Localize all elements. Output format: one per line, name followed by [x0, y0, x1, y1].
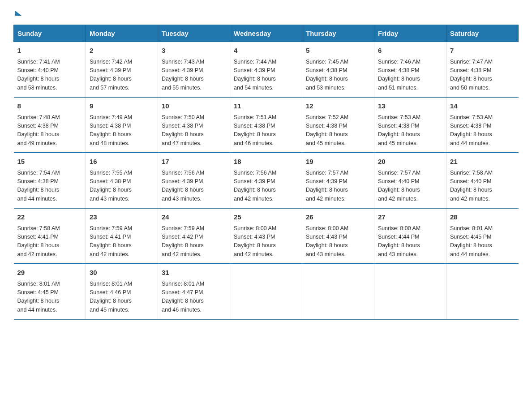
day-number: 29 — [17, 268, 82, 278]
day-info: Sunrise: 7:58 AMSunset: 4:41 PMDaylight:… — [17, 224, 82, 259]
calendar-week-row: 1Sunrise: 7:41 AMSunset: 4:40 PMDaylight… — [14, 42, 519, 98]
calendar-cell: 5Sunrise: 7:45 AMSunset: 4:38 PMDaylight… — [302, 42, 374, 98]
calendar-week-row: 22Sunrise: 7:58 AMSunset: 4:41 PMDayligh… — [14, 208, 519, 264]
calendar-cell: 9Sunrise: 7:49 AMSunset: 4:38 PMDaylight… — [86, 97, 158, 153]
calendar-cell: 13Sunrise: 7:53 AMSunset: 4:38 PMDayligh… — [374, 97, 446, 153]
day-number: 19 — [306, 157, 370, 167]
day-number: 15 — [17, 157, 82, 167]
col-header-friday: Friday — [374, 25, 446, 42]
calendar-table: SundayMondayTuesdayWednesdayThursdayFrid… — [13, 25, 519, 320]
day-info: Sunrise: 8:01 AMSunset: 4:47 PMDaylight:… — [162, 280, 226, 315]
day-info: Sunrise: 8:00 AMSunset: 4:44 PMDaylight:… — [378, 224, 442, 259]
day-number: 5 — [306, 46, 370, 56]
day-number: 18 — [234, 157, 298, 167]
calendar-header-row: SundayMondayTuesdayWednesdayThursdayFrid… — [14, 25, 519, 42]
calendar-cell: 23Sunrise: 7:59 AMSunset: 4:41 PMDayligh… — [86, 208, 158, 264]
day-number: 17 — [162, 157, 226, 167]
day-info: Sunrise: 7:53 AMSunset: 4:38 PMDaylight:… — [450, 113, 515, 148]
calendar-cell: 4Sunrise: 7:44 AMSunset: 4:39 PMDaylight… — [230, 42, 302, 98]
day-info: Sunrise: 8:01 AMSunset: 4:45 PMDaylight:… — [17, 280, 82, 315]
calendar-cell: 19Sunrise: 7:57 AMSunset: 4:39 PMDayligh… — [302, 153, 374, 208]
day-number: 10 — [162, 101, 226, 111]
day-info: Sunrise: 7:57 AMSunset: 4:39 PMDaylight:… — [306, 169, 370, 204]
calendar-cell — [446, 264, 519, 319]
calendar-cell: 14Sunrise: 7:53 AMSunset: 4:38 PMDayligh… — [446, 97, 519, 153]
calendar-cell: 27Sunrise: 8:00 AMSunset: 4:44 PMDayligh… — [374, 208, 446, 264]
calendar-week-row: 29Sunrise: 8:01 AMSunset: 4:45 PMDayligh… — [14, 264, 519, 319]
day-number: 27 — [378, 212, 442, 223]
day-number: 1 — [17, 46, 82, 56]
calendar-cell: 30Sunrise: 8:01 AMSunset: 4:46 PMDayligh… — [86, 264, 158, 319]
day-number: 14 — [450, 101, 515, 111]
day-info: Sunrise: 7:47 AMSunset: 4:38 PMDaylight:… — [450, 58, 515, 93]
day-number: 13 — [378, 101, 442, 111]
day-info: Sunrise: 7:58 AMSunset: 4:40 PMDaylight:… — [450, 169, 515, 204]
calendar-cell: 8Sunrise: 7:48 AMSunset: 4:38 PMDaylight… — [14, 97, 86, 153]
day-info: Sunrise: 7:43 AMSunset: 4:39 PMDaylight:… — [162, 58, 226, 93]
day-number: 26 — [306, 212, 370, 223]
day-number: 9 — [90, 101, 154, 111]
day-info: Sunrise: 7:50 AMSunset: 4:38 PMDaylight:… — [162, 113, 226, 148]
day-info: Sunrise: 7:54 AMSunset: 4:38 PMDaylight:… — [17, 169, 82, 204]
day-info: Sunrise: 8:01 AMSunset: 4:45 PMDaylight:… — [450, 224, 515, 259]
calendar-cell: 2Sunrise: 7:42 AMSunset: 4:39 PMDaylight… — [86, 42, 158, 98]
day-number: 8 — [17, 101, 82, 111]
col-header-sunday: Sunday — [14, 25, 86, 42]
day-number: 2 — [90, 46, 154, 56]
col-header-wednesday: Wednesday — [230, 25, 302, 42]
col-header-thursday: Thursday — [302, 25, 374, 42]
calendar-cell — [302, 264, 374, 319]
calendar-cell: 16Sunrise: 7:55 AMSunset: 4:38 PMDayligh… — [86, 153, 158, 208]
logo — [13, 9, 21, 16]
day-info: Sunrise: 8:01 AMSunset: 4:46 PMDaylight:… — [90, 280, 154, 315]
calendar-cell: 26Sunrise: 8:00 AMSunset: 4:43 PMDayligh… — [302, 208, 374, 264]
day-info: Sunrise: 7:59 AMSunset: 4:42 PMDaylight:… — [162, 224, 226, 259]
day-number: 28 — [450, 212, 515, 223]
calendar-cell: 28Sunrise: 8:01 AMSunset: 4:45 PMDayligh… — [446, 208, 519, 264]
calendar-cell: 22Sunrise: 7:58 AMSunset: 4:41 PMDayligh… — [14, 208, 86, 264]
calendar-cell: 12Sunrise: 7:52 AMSunset: 4:38 PMDayligh… — [302, 97, 374, 153]
col-header-tuesday: Tuesday — [158, 25, 230, 42]
page-header — [13, 9, 519, 16]
day-info: Sunrise: 7:45 AMSunset: 4:38 PMDaylight:… — [306, 58, 370, 93]
calendar-cell: 15Sunrise: 7:54 AMSunset: 4:38 PMDayligh… — [14, 153, 86, 208]
day-number: 25 — [234, 212, 298, 223]
calendar-cell: 11Sunrise: 7:51 AMSunset: 4:38 PMDayligh… — [230, 97, 302, 153]
day-number: 20 — [378, 157, 442, 167]
col-header-saturday: Saturday — [446, 25, 519, 42]
calendar-cell: 18Sunrise: 7:56 AMSunset: 4:39 PMDayligh… — [230, 153, 302, 208]
day-info: Sunrise: 7:41 AMSunset: 4:40 PMDaylight:… — [17, 58, 82, 93]
calendar-cell — [230, 264, 302, 319]
day-info: Sunrise: 7:48 AMSunset: 4:38 PMDaylight:… — [17, 113, 82, 148]
day-info: Sunrise: 7:49 AMSunset: 4:38 PMDaylight:… — [90, 113, 154, 148]
calendar-cell: 29Sunrise: 8:01 AMSunset: 4:45 PMDayligh… — [14, 264, 86, 319]
calendar-cell: 21Sunrise: 7:58 AMSunset: 4:40 PMDayligh… — [446, 153, 519, 208]
day-number: 11 — [234, 101, 298, 111]
calendar-cell: 1Sunrise: 7:41 AMSunset: 4:40 PMDaylight… — [14, 42, 86, 98]
day-info: Sunrise: 8:00 AMSunset: 4:43 PMDaylight:… — [306, 224, 370, 259]
calendar-cell: 6Sunrise: 7:46 AMSunset: 4:38 PMDaylight… — [374, 42, 446, 98]
day-info: Sunrise: 7:42 AMSunset: 4:39 PMDaylight:… — [90, 58, 154, 93]
calendar-cell: 7Sunrise: 7:47 AMSunset: 4:38 PMDaylight… — [446, 42, 519, 98]
day-info: Sunrise: 7:44 AMSunset: 4:39 PMDaylight:… — [234, 58, 298, 93]
calendar-cell: 24Sunrise: 7:59 AMSunset: 4:42 PMDayligh… — [158, 208, 230, 264]
day-info: Sunrise: 7:56 AMSunset: 4:39 PMDaylight:… — [162, 169, 226, 204]
day-number: 6 — [378, 46, 442, 56]
day-number: 3 — [162, 46, 226, 56]
day-info: Sunrise: 8:00 AMSunset: 4:43 PMDaylight:… — [234, 224, 298, 259]
day-number: 16 — [90, 157, 154, 167]
calendar-week-row: 15Sunrise: 7:54 AMSunset: 4:38 PMDayligh… — [14, 153, 519, 208]
day-info: Sunrise: 7:59 AMSunset: 4:41 PMDaylight:… — [90, 224, 154, 259]
day-number: 30 — [90, 268, 154, 278]
day-info: Sunrise: 7:55 AMSunset: 4:38 PMDaylight:… — [90, 169, 154, 204]
calendar-cell: 20Sunrise: 7:57 AMSunset: 4:40 PMDayligh… — [374, 153, 446, 208]
day-number: 21 — [450, 157, 515, 167]
day-info: Sunrise: 7:57 AMSunset: 4:40 PMDaylight:… — [378, 169, 442, 204]
calendar-cell: 31Sunrise: 8:01 AMSunset: 4:47 PMDayligh… — [158, 264, 230, 319]
day-number: 24 — [162, 212, 226, 223]
calendar-cell: 25Sunrise: 8:00 AMSunset: 4:43 PMDayligh… — [230, 208, 302, 264]
col-header-monday: Monday — [86, 25, 158, 42]
logo-arrow-icon — [15, 11, 21, 16]
day-info: Sunrise: 7:52 AMSunset: 4:38 PMDaylight:… — [306, 113, 370, 148]
day-info: Sunrise: 7:56 AMSunset: 4:39 PMDaylight:… — [234, 169, 298, 204]
